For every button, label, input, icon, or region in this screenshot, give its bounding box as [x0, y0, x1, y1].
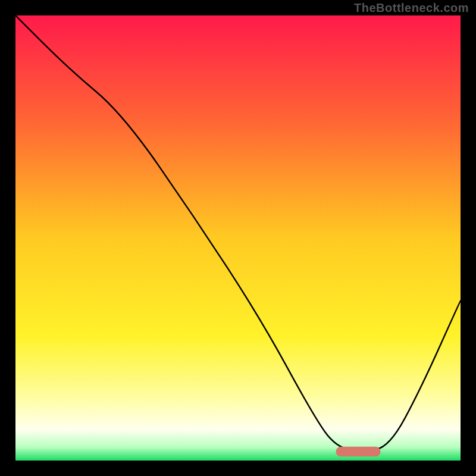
chart-plot-area: [15, 15, 461, 461]
chart-background-gradient: [15, 15, 461, 461]
chart-svg: [15, 15, 461, 461]
chart-frame: TheBottleneck.com: [0, 0, 476, 476]
optimal-zone-marker: [336, 447, 381, 457]
watermark-text: TheBottleneck.com: [354, 1, 469, 15]
